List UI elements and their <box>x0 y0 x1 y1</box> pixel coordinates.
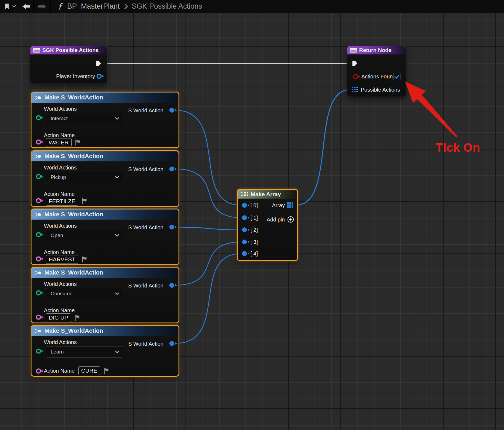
action-name-input[interactable]: HARVEST <box>46 255 78 264</box>
actions-found-checkbox[interactable] <box>393 73 401 80</box>
node-header[interactable]: Make S_WorldAction <box>32 151 178 161</box>
action-name-pin[interactable] <box>36 368 44 374</box>
make-worldaction-node-0[interactable]: Make S_WorldAction World Actions Interac… <box>32 92 178 147</box>
array-input-pin-0[interactable] <box>242 202 250 208</box>
flag-icon[interactable] <box>75 139 81 146</box>
back-arrow-icon <box>22 4 30 9</box>
s-world-action-pin[interactable] <box>169 282 178 288</box>
breadcrumb-current[interactable]: SGK Possible Actions <box>132 2 202 11</box>
forward-button[interactable] <box>34 0 50 13</box>
actions-found-label: Actions Found <box>361 74 396 80</box>
array-input-pin-4[interactable] <box>242 251 250 256</box>
action-name-input[interactable]: FERTILZE <box>46 197 78 206</box>
array-input-label-0: [ 0] <box>250 202 258 209</box>
world-actions-dropdown[interactable]: Learn <box>46 346 123 358</box>
world-actions-pin[interactable] <box>36 348 44 354</box>
array-input-pin-3[interactable] <box>242 239 250 245</box>
action-name-pin[interactable] <box>36 314 44 320</box>
flag-icon[interactable] <box>82 256 88 263</box>
make-struct-icon <box>34 328 42 334</box>
entry-node-title: SGK Possible Actions <box>42 47 99 53</box>
back-button[interactable] <box>19 0 33 13</box>
flag-icon[interactable] <box>82 198 88 204</box>
data-wire-4[interactable] <box>174 254 242 344</box>
world-actions-pin[interactable] <box>36 115 44 121</box>
data-wire-1[interactable] <box>174 169 242 218</box>
data-wire-3[interactable] <box>174 242 242 285</box>
flag-icon[interactable] <box>104 367 109 374</box>
entry-node-header[interactable]: SGK Possible Actions <box>30 46 107 54</box>
world-actions-dropdown[interactable]: Interact <box>46 113 123 124</box>
array-input-label-4: [ 4] <box>250 251 258 257</box>
make-worldaction-node-2[interactable]: Make S_WorldAction World Actions Open Ac… <box>32 209 178 264</box>
chevron-down-icon <box>115 292 119 295</box>
add-pin-button[interactable] <box>287 216 294 223</box>
return-node[interactable]: Return Node Actions Found Possible Actio… <box>347 46 406 96</box>
return-node-header[interactable]: Return Node <box>347 46 406 54</box>
node-title: Make S_WorldAction <box>44 269 103 276</box>
make-struct-icon <box>34 154 42 159</box>
array-input-pin-1[interactable] <box>242 215 250 221</box>
make-array-icon <box>241 192 248 197</box>
action-name-input[interactable]: WATER <box>46 138 72 147</box>
entry-node[interactable]: SGK Possible Actions Player Inventory <box>30 46 107 83</box>
chevron-down-icon <box>115 117 119 120</box>
dropdown-value: Pickup <box>46 174 115 180</box>
s-world-action-label: S World Action <box>128 283 163 289</box>
array-input-pin-2[interactable] <box>242 227 250 233</box>
s-world-action-pin[interactable] <box>169 166 178 172</box>
world-actions-dropdown[interactable]: Consume <box>46 288 123 299</box>
data-wire-0[interactable] <box>174 110 242 205</box>
node-header[interactable]: Make S_WorldAction <box>32 92 178 103</box>
action-name-pin[interactable] <box>36 198 44 204</box>
annotation-text: TIck On <box>436 141 480 155</box>
dropdown-value: Open <box>46 233 115 238</box>
action-name-pin[interactable] <box>36 139 44 145</box>
node-title: Make S_WorldAction <box>44 94 103 101</box>
make-array-node[interactable]: Make Array [ 0] [ 1] [ 2] [ 3] [ 4] Arra… <box>238 190 297 260</box>
action-name-row: DIG UP <box>46 313 80 322</box>
bookmark-button[interactable] <box>2 0 11 13</box>
exec-output-pin[interactable] <box>96 60 102 67</box>
action-name-pin[interactable] <box>36 256 44 262</box>
possible-actions-pin[interactable] <box>352 87 358 92</box>
flag-icon[interactable] <box>75 314 80 321</box>
bookmark-dropdown-button[interactable] <box>11 0 17 13</box>
player-inventory-pin[interactable] <box>96 73 105 79</box>
world-actions-pin[interactable] <box>36 232 44 238</box>
s-world-action-label: S World Action <box>128 224 163 231</box>
breadcrumb-parent[interactable]: BP_MasterPlant <box>67 2 120 11</box>
s-world-action-pin[interactable] <box>169 224 178 230</box>
action-name-input[interactable]: DIG UP <box>46 313 71 322</box>
make-worldaction-node-1[interactable]: Make S_WorldAction World Actions Pickup … <box>32 151 178 206</box>
world-actions-pin[interactable] <box>36 174 44 179</box>
array-input-label-3: [ 3] <box>250 239 258 245</box>
s-world-action-pin[interactable] <box>169 341 178 346</box>
player-inventory-label: Player Inventory <box>56 73 95 79</box>
bookmark-icon <box>4 3 9 9</box>
dropdown-value: Consume <box>46 291 115 297</box>
action-name-input[interactable]: CURE <box>78 366 100 375</box>
actions-found-pin[interactable] <box>353 74 361 79</box>
make-struct-icon <box>34 270 42 275</box>
node-header[interactable]: Make S_WorldAction <box>32 268 178 278</box>
make-worldaction-node-3[interactable]: Make S_WorldAction World Actions Consume… <box>32 268 178 322</box>
node-header[interactable]: Make S_WorldAction <box>32 326 178 336</box>
plus-circle-icon <box>287 216 294 223</box>
make-worldaction-node-4[interactable]: Make S_WorldAction World Actions Learn A… <box>32 326 178 376</box>
world-actions-pin[interactable] <box>36 290 44 296</box>
make-struct-icon <box>34 212 42 217</box>
node-title: Make Array <box>251 191 281 197</box>
node-header[interactable]: Make S_WorldAction <box>32 209 178 220</box>
s-world-action-pin[interactable] <box>169 107 178 113</box>
array-output-pin[interactable] <box>287 202 293 208</box>
data-wire-2[interactable] <box>174 227 242 230</box>
node-title: Make S_WorldAction <box>44 327 103 334</box>
chevron-down-icon <box>12 5 16 8</box>
exec-input-pin[interactable] <box>352 60 358 67</box>
node-title: Make S_WorldAction <box>44 211 103 218</box>
array-wire[interactable] <box>296 90 350 205</box>
world-actions-dropdown[interactable]: Open <box>46 230 123 241</box>
node-header[interactable]: Make Array <box>238 190 297 199</box>
world-actions-dropdown[interactable]: Pickup <box>46 172 123 183</box>
